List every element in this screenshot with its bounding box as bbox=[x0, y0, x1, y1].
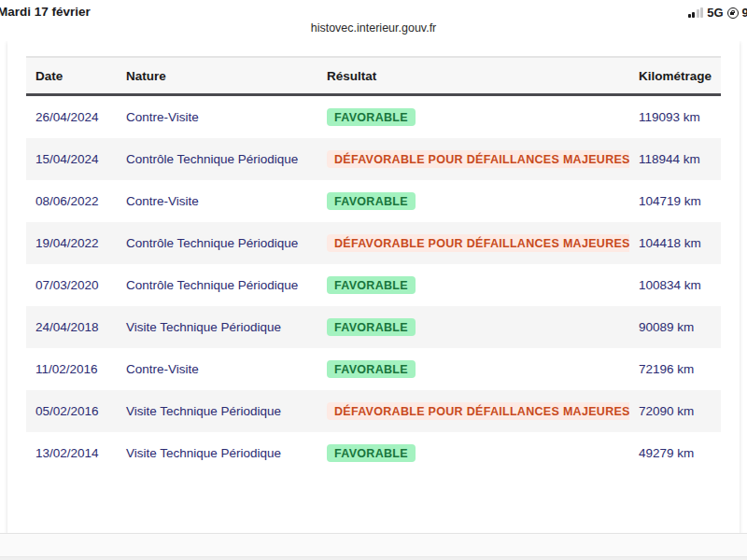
table-header: Date Nature Résultat Kilométrage bbox=[26, 57, 721, 95]
orientation-lock-icon bbox=[727, 7, 739, 19]
cell-km: 119093 km bbox=[629, 95, 721, 139]
col-header-km: Kilométrage bbox=[629, 57, 721, 95]
cell-result: FAVORABLE bbox=[317, 306, 629, 348]
cell-result: FAVORABLE bbox=[317, 348, 629, 390]
table-row: 08/06/2022 Contre-Visite FAVORABLE 10471… bbox=[26, 180, 721, 222]
inspections-card: Date Nature Résultat Kilométrage 26/04/2… bbox=[7, 41, 740, 534]
cell-date: 26/04/2024 bbox=[26, 95, 117, 139]
result-badge: FAVORABLE bbox=[327, 444, 416, 462]
cell-km: 49279 km bbox=[629, 432, 721, 474]
cell-km: 72196 km bbox=[629, 348, 721, 390]
cell-result: FAVORABLE bbox=[317, 264, 629, 306]
cell-date: 15/04/2024 bbox=[26, 138, 117, 180]
table-row: 19/04/2022 Contrôle Technique Périodique… bbox=[26, 222, 721, 264]
cell-result: DÉFAVORABLE POUR DÉFAILLANCES MAJEURES bbox=[317, 390, 629, 432]
cell-nature: Visite Technique Périodique bbox=[117, 432, 317, 474]
cell-date: 07/03/2020 bbox=[26, 264, 117, 306]
cell-result: DÉFAVORABLE POUR DÉFAILLANCES MAJEURES bbox=[317, 222, 629, 264]
col-header-date: Date bbox=[26, 57, 117, 95]
address-bar-url[interactable]: histovec.interieur.gouv.fr bbox=[0, 21, 747, 35]
cell-result: FAVORABLE bbox=[317, 432, 629, 474]
battery-percent: 99 bbox=[742, 6, 747, 20]
table-row: 13/02/2014 Visite Technique Périodique F… bbox=[26, 432, 721, 474]
cell-nature: Contre-Visite bbox=[117, 95, 317, 139]
result-badge: DÉFAVORABLE POUR DÉFAILLANCES MAJEURES bbox=[327, 150, 629, 168]
cell-nature: Contrôle Technique Périodique bbox=[117, 138, 317, 180]
cell-km: 90089 km bbox=[629, 306, 721, 348]
inspections-table: Date Nature Résultat Kilométrage 26/04/2… bbox=[26, 56, 721, 474]
network-type-label: 5G bbox=[707, 6, 723, 20]
cell-nature: Contrôle Technique Périodique bbox=[117, 264, 317, 306]
page-bottom-band bbox=[0, 533, 747, 560]
inspection-table-body: 26/04/2024 Contre-Visite FAVORABLE 11909… bbox=[26, 95, 721, 475]
result-badge: FAVORABLE bbox=[327, 318, 416, 336]
table-row: 24/04/2018 Visite Technique Périodique F… bbox=[26, 306, 721, 348]
status-bar: Mardi 17 février histovec.interieur.gouv… bbox=[0, 0, 747, 41]
cell-km: 104719 km bbox=[629, 180, 721, 222]
col-header-result: Résultat bbox=[317, 57, 629, 95]
cell-nature: Contrôle Technique Périodique bbox=[117, 222, 317, 264]
status-date: Mardi 17 février bbox=[0, 5, 91, 19]
status-indicators: 5G 99 bbox=[688, 6, 747, 20]
col-header-nature: Nature bbox=[117, 57, 317, 95]
result-badge: FAVORABLE bbox=[327, 360, 416, 378]
cell-result: DÉFAVORABLE POUR DÉFAILLANCES MAJEURES bbox=[317, 138, 629, 180]
cell-date: 05/02/2016 bbox=[26, 390, 117, 432]
table-row: 11/02/2016 Contre-Visite FAVORABLE 72196… bbox=[26, 348, 721, 390]
cell-nature: Visite Technique Périodique bbox=[117, 390, 317, 432]
cell-nature: Contre-Visite bbox=[117, 180, 317, 222]
cell-date: 13/02/2014 bbox=[26, 432, 117, 474]
cell-date: 24/04/2018 bbox=[26, 306, 117, 348]
cell-date: 08/06/2022 bbox=[26, 180, 117, 222]
result-badge: DÉFAVORABLE POUR DÉFAILLANCES MAJEURES bbox=[327, 234, 629, 252]
cell-km: 104418 km bbox=[629, 222, 721, 264]
result-badge: FAVORABLE bbox=[327, 108, 416, 126]
result-badge: FAVORABLE bbox=[327, 192, 416, 210]
table-row: 15/04/2024 Contrôle Technique Périodique… bbox=[26, 138, 721, 180]
table-row: 07/03/2020 Contrôle Technique Périodique… bbox=[26, 264, 721, 306]
cell-date: 19/04/2022 bbox=[26, 222, 117, 264]
result-badge: FAVORABLE bbox=[327, 276, 416, 294]
signal-bars-icon bbox=[688, 7, 704, 18]
cell-km: 72090 km bbox=[629, 390, 721, 432]
cell-km: 118944 km bbox=[629, 138, 721, 180]
cell-nature: Visite Technique Périodique bbox=[117, 306, 317, 348]
cell-date: 11/02/2016 bbox=[26, 348, 117, 390]
cell-km: 100834 km bbox=[629, 264, 721, 306]
cell-result: FAVORABLE bbox=[317, 180, 629, 222]
safari-page: Mardi 17 février histovec.interieur.gouv… bbox=[0, 0, 747, 560]
table-row: 26/04/2024 Contre-Visite FAVORABLE 11909… bbox=[26, 95, 721, 139]
cell-nature: Contre-Visite bbox=[117, 348, 317, 390]
result-badge: DÉFAVORABLE POUR DÉFAILLANCES MAJEURES bbox=[327, 402, 629, 420]
table-row: 05/02/2016 Visite Technique Périodique D… bbox=[26, 390, 721, 432]
cell-result: FAVORABLE bbox=[317, 95, 629, 139]
